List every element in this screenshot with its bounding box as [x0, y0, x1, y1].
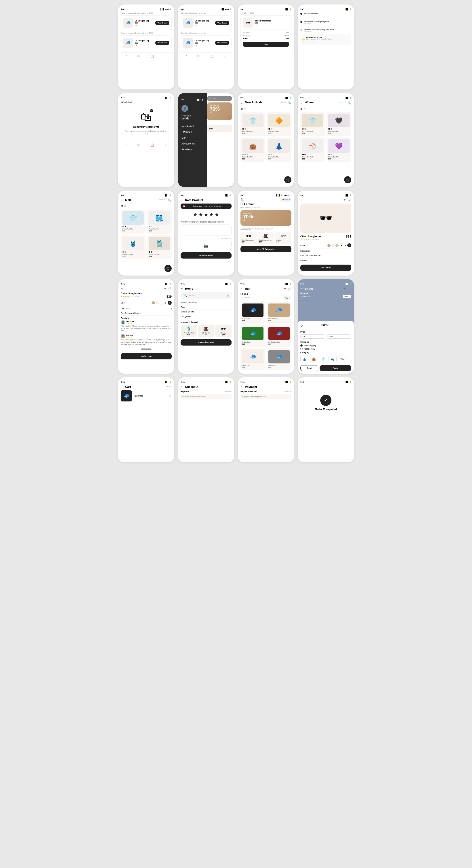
price-max-input[interactable]: $100 ⌄	[327, 334, 351, 339]
men-product-1[interactable]: 👕 Forza Toe Flat $39	[121, 210, 145, 234]
hat-card-1[interactable]: 🧢 Hugo Cap $39	[240, 302, 265, 323]
list-icon-men[interactable]: ≡	[124, 205, 126, 208]
popular-sunglasses[interactable]: 🕶️ Sunray $46	[215, 325, 232, 337]
back-arrow-hat[interactable]: ←	[240, 287, 244, 290]
reviews-row[interactable]: Reviews ›	[300, 258, 351, 263]
view-order-cancelled-btn[interactable]: View Order	[215, 21, 229, 25]
wishlist-icon-hat[interactable]: ♥	[284, 287, 286, 290]
women-filter-dropdown[interactable]: Women ▾	[283, 194, 292, 196]
fast-delivery-option[interactable]: Fast Delivery	[300, 348, 351, 350]
search-icon-hi[interactable]: 🔍	[240, 198, 244, 202]
product-card-2[interactable]: 🔶 Forza Toe Flat $39	[267, 112, 292, 136]
stars-row[interactable]: ★ ★ ★ ★ ★	[180, 212, 232, 218]
cart-icon-shoes[interactable]: 🛒	[347, 287, 351, 290]
star-3[interactable]: ★	[204, 212, 208, 218]
view-all-popular-btn[interactable]: View All Popular	[180, 339, 232, 345]
star-1[interactable]: ★	[193, 212, 198, 218]
popular-hat[interactable]: 🎩 Cloche Hat $34	[198, 325, 214, 337]
free-shipping-option[interactable]: Free Shipping	[300, 344, 351, 347]
cat-hat-icon[interactable]: 👒	[338, 355, 346, 363]
search-icon-women[interactable]: 🔍	[348, 101, 351, 105]
search-item-loungewear[interactable]: Loungewear	[180, 314, 232, 319]
men-product-4[interactable]: 🎽 Forza Toe Flat $39	[147, 235, 172, 259]
back-arrow-search[interactable]: ←	[180, 287, 184, 290]
cat-dress-icon[interactable]: 👗	[300, 355, 308, 363]
description-row[interactable]: Description ›	[300, 249, 351, 253]
nav-shop-icon[interactable]: 🛍	[137, 54, 140, 58]
rate-button[interactable]: Rate	[243, 42, 289, 47]
swatch-2-1[interactable]	[152, 301, 155, 304]
back-arrow-payment[interactable]: ←	[240, 385, 244, 389]
price-min-input[interactable]: $50 ⌄	[300, 334, 325, 339]
acc-zenior[interactable]: 👓 Zenior $46	[275, 232, 292, 244]
nav-shop-wishlist[interactable]: 🛍	[137, 143, 140, 147]
review-textarea[interactable]	[180, 224, 232, 236]
remove-btn-1[interactable]: ✕	[169, 394, 172, 398]
hat-card-2[interactable]: 🧢 New Era Cap $39	[267, 302, 292, 323]
filter-icon-women[interactable]: ⊞	[300, 107, 303, 110]
payment-add-new[interactable]: Add new	[284, 390, 292, 393]
list-icon-women[interactable]: ≡	[304, 107, 305, 110]
swatch-2[interactable]	[331, 244, 335, 247]
add-to-cart-btn-1[interactable]: Add to Cart	[300, 265, 351, 271]
wishlist-icon-detail2[interactable]: ♥	[164, 287, 166, 290]
menu-men[interactable]: Men	[181, 135, 204, 141]
nav-orders-icon-2[interactable]: 📋	[210, 54, 214, 58]
qty-plus[interactable]: +	[347, 243, 351, 247]
cart-icon-detail1[interactable]: 🛒	[347, 198, 351, 202]
delivery-row-2[interactable]: Free Delivery & Returns ›	[121, 311, 172, 316]
search-bar-dark[interactable]: 🔍 Search	[207, 96, 232, 101]
back-arrow-shoes[interactable]: ←	[300, 287, 303, 290]
swatch-1[interactable]	[328, 244, 331, 247]
popular-sandal[interactable]: 🩴 Forza Toe Flat $39	[180, 325, 197, 337]
photo-upload[interactable]: 📷	[180, 241, 232, 250]
apply-button[interactable]: Apply	[319, 365, 351, 371]
tab-shoes[interactable]: Shoes 88	[266, 227, 273, 230]
acc-hat[interactable]: 🎩 Soz Brimmed Hat $34	[258, 232, 274, 244]
swatch-3[interactable]	[335, 244, 339, 247]
menu-women[interactable]: • Women	[181, 129, 204, 135]
hat-card-5[interactable]: 🧢 Beige Cap $39	[240, 348, 265, 370]
cart-fab-men[interactable]: 🛒	[165, 265, 172, 272]
star-4[interactable]: ★	[209, 212, 214, 218]
nav-home-wishlist[interactable]: ⌂	[126, 143, 127, 147]
description-row-2[interactable]: Description ›	[121, 306, 172, 311]
product-card-4[interactable]: 👗 Forza Toe Flat $39	[267, 137, 292, 162]
menu-jewellery[interactable]: Jewellery	[181, 147, 204, 152]
men-product-2[interactable]: 🩳 Forza Toe Flat $39	[147, 210, 172, 234]
search-item-tops[interactable]: Tops	[180, 305, 232, 310]
menu-new-arrival[interactable]: New Arrival	[181, 123, 204, 129]
more-reviews-link[interactable]: More reviews	[121, 347, 172, 349]
nav-wishlist-wishlist[interactable]: ♡	[164, 143, 167, 147]
nav-wishlist-icon-2[interactable]: ♡	[224, 54, 227, 58]
filter-button-hat[interactable]: Filter ▾	[283, 296, 292, 300]
wishlist-icon-detail1[interactable]: ♥	[344, 198, 346, 202]
search-bar-home[interactable]: 🔍 Search ⚙	[180, 292, 232, 299]
hat-card-3[interactable]: 🧢 Ralph Cap $39	[240, 325, 265, 347]
women-product-4[interactable]: 💜 Forza Toe Flat $39	[327, 137, 351, 162]
filter-icon-arrivals[interactable]: ⊞	[240, 107, 243, 110]
checkout-add-new[interactable]: Add new	[225, 390, 232, 393]
delivery-row[interactable]: Free Delivery & Returns ›	[300, 253, 351, 258]
back-arrow-cart[interactable]: ←	[121, 385, 124, 389]
women-product-3[interactable]: ⚾ Forza Toe Flat $39	[300, 137, 325, 162]
search-icon-men[interactable]: 🔍	[168, 199, 172, 202]
fast-delivery-radio[interactable]	[300, 348, 303, 350]
view-order-button-2[interactable]: View Order	[155, 41, 169, 45]
acc-sunglasses[interactable]: 🕶️ Chimi Sunglasses $39	[240, 232, 257, 244]
tab-clothing[interactable]: Clothing 119	[255, 227, 264, 230]
add-to-cart-btn-2[interactable]: Add to Cart	[121, 353, 172, 360]
star-2[interactable]: ★	[198, 212, 203, 218]
product-card-3[interactable]: 👜 Forza Toe Flat $39	[240, 137, 265, 162]
nav-home-icon-2[interactable]: ⌂	[186, 54, 187, 58]
back-arrow-women[interactable]: ←	[300, 101, 303, 105]
nav-orders-icon[interactable]: 📋	[150, 54, 154, 58]
search-item-skirts[interactable]: Skirts & Shorts	[180, 310, 232, 314]
star-5[interactable]: ★	[214, 212, 219, 218]
qty-minus[interactable]: -	[339, 243, 343, 247]
search-icon-arrivals[interactable]: 🔍	[288, 101, 292, 105]
nav-orders-wishlist[interactable]: 📋	[150, 143, 154, 147]
nav-shop-icon-2[interactable]: 🛍	[197, 54, 200, 58]
tab-accessories[interactable]: Accessories 457	[240, 227, 254, 230]
submit-review-button[interactable]: Submit Review	[180, 252, 232, 258]
